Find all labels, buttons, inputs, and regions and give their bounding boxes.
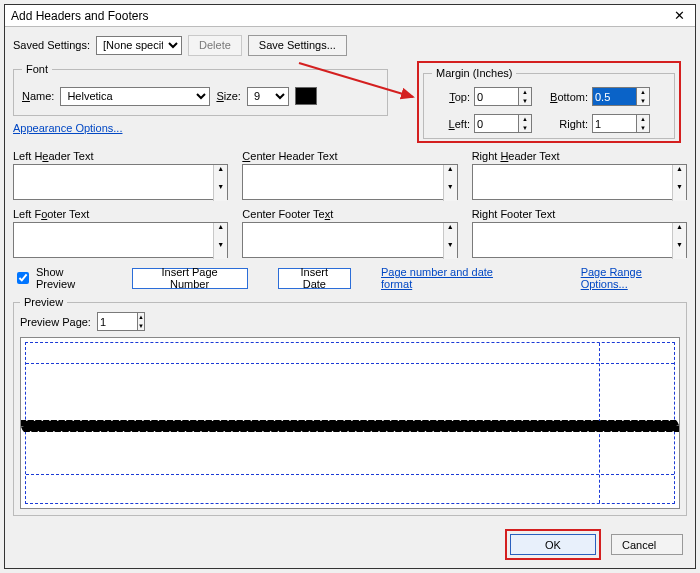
left-header-text[interactable]: [13, 164, 228, 200]
preview-page-label: Preview Page:: [20, 316, 91, 328]
right-footer-label: Right Footer Text: [472, 208, 687, 220]
show-preview-checkbox[interactable]: Show Preview: [13, 266, 102, 290]
left-footer-label: Left Footer Text: [13, 208, 228, 220]
margin-right-input[interactable]: [592, 114, 636, 133]
ok-button[interactable]: OK: [510, 534, 596, 555]
margin-top-input[interactable]: [474, 87, 518, 106]
saved-settings-select[interactable]: [None specified]: [96, 36, 182, 55]
insert-date-button[interactable]: Insert Date: [278, 268, 351, 289]
center-footer-text[interactable]: [242, 222, 457, 258]
save-settings-button[interactable]: Save Settings...: [248, 35, 347, 56]
center-header-label: Center Header Text: [242, 150, 457, 162]
left-header-label: Left Header Text: [13, 150, 228, 162]
page-range-options-link[interactable]: Page Range Options...: [581, 266, 687, 290]
insert-page-number-button[interactable]: Insert Page Number: [132, 268, 248, 289]
preview-page-spin[interactable]: ▲▼: [97, 312, 141, 331]
margin-top-spin[interactable]: ▲▼: [474, 87, 532, 106]
dialog-add-headers-footers: Add Headers and Footers ✕ Saved Settings…: [4, 4, 696, 569]
ok-highlight-box: OK: [505, 529, 601, 560]
preview-group: Preview Preview Page: ▲▼: [13, 296, 687, 516]
margin-left-spin[interactable]: ▲▼: [474, 114, 532, 133]
show-preview-check[interactable]: [17, 272, 29, 284]
right-header-text[interactable]: [472, 164, 687, 200]
margin-bottom-spin[interactable]: ▲▼: [592, 87, 650, 106]
margin-left-label: Left:: [432, 118, 474, 130]
right-footer-text[interactable]: [472, 222, 687, 258]
right-header-label: Right Header Text: [472, 150, 687, 162]
font-name-label: Name:: [22, 90, 54, 102]
font-group: Font Name: Helvetica Size: 9: [13, 63, 388, 116]
margin-bottom-label: Bottom:: [536, 91, 592, 103]
margin-right-label: Right:: [536, 118, 592, 130]
margin-bottom-input[interactable]: [592, 87, 636, 106]
saved-settings-label: Saved Settings:: [13, 39, 90, 51]
preview-page-input[interactable]: [97, 312, 137, 331]
window-title: Add Headers and Footers: [11, 9, 148, 23]
preview-legend: Preview: [20, 296, 67, 308]
margin-highlight-box: Margin (Inches) Top: ▲▼ Bottom: ▲▼ Left:…: [417, 61, 681, 143]
titlebar: Add Headers and Footers ✕: [5, 5, 695, 27]
font-size-label: Size:: [216, 90, 240, 102]
margin-legend: Margin (Inches): [432, 67, 516, 79]
center-footer-label: Center Footer Text: [242, 208, 457, 220]
margin-group: Margin (Inches) Top: ▲▼ Bottom: ▲▼ Left:…: [423, 67, 675, 139]
delete-button: Delete: [188, 35, 242, 56]
saved-settings-row: Saved Settings: [None specified] Delete …: [13, 33, 687, 57]
appearance-options-link[interactable]: Appearance Options...: [13, 122, 122, 134]
font-color-swatch[interactable]: [295, 87, 317, 105]
center-header-text[interactable]: [242, 164, 457, 200]
font-name-select[interactable]: Helvetica: [60, 87, 210, 106]
left-footer-text[interactable]: [13, 222, 228, 258]
page-number-date-format-link[interactable]: Page number and date format: [381, 266, 521, 290]
margin-top-label: Top:: [432, 91, 474, 103]
close-icon[interactable]: ✕: [670, 8, 689, 23]
page-preview: [20, 337, 680, 509]
margin-right-spin[interactable]: ▲▼: [592, 114, 650, 133]
font-size-select[interactable]: 9: [247, 87, 289, 106]
margin-left-input[interactable]: [474, 114, 518, 133]
show-preview-label: Show Preview: [36, 266, 102, 290]
font-legend: Font: [22, 63, 52, 75]
cancel-button[interactable]: Cancel: [611, 534, 683, 555]
